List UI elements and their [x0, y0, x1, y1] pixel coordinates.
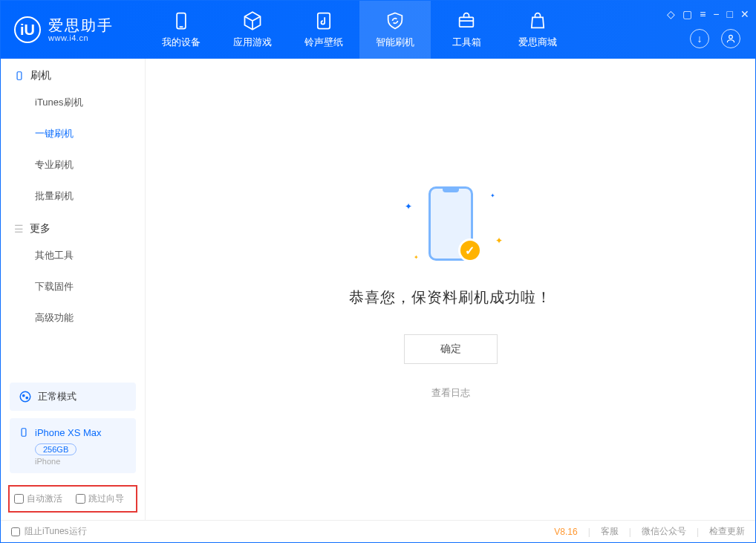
sidebar-item-batch-flash[interactable]: 批量刷机	[1, 181, 145, 212]
logo-area: iU 爱思助手 www.i4.cn	[1, 16, 146, 43]
svg-rect-2	[318, 13, 330, 29]
main-content: ✦ ✦ ✦ ✦ ✓ 恭喜您，保资料刷机成功啦！ 确定 查看日志	[146, 59, 755, 520]
tab-store[interactable]: 爱思商城	[502, 1, 573, 59]
cube-icon	[242, 10, 263, 31]
section-more-title: ☰ 更多	[1, 212, 145, 240]
tab-label: 铃声壁纸	[304, 36, 343, 49]
svg-point-6	[20, 391, 30, 402]
sparkle-icon: ✦	[414, 254, 419, 261]
checkbox-auto-activate-input[interactable]	[14, 494, 24, 504]
tab-toolbox[interactable]: 工具箱	[431, 1, 502, 59]
footer-link-wechat[interactable]: 微信公众号	[642, 525, 686, 538]
tab-ringtone-wallpaper[interactable]: 铃声壁纸	[288, 1, 359, 59]
sidebar-item-other-tools[interactable]: 其他工具	[1, 240, 145, 271]
sidebar-item-download-firmware[interactable]: 下载固件	[1, 271, 145, 302]
sparkle-icon: ✦	[495, 235, 503, 246]
checkbox-auto-activate[interactable]: 自动激活	[14, 492, 62, 505]
refresh-shield-icon	[385, 10, 405, 31]
header-action-icons: ↓	[690, 29, 740, 48]
tab-label: 智能刷机	[376, 36, 414, 49]
capacity-badge: 256GB	[35, 443, 76, 455]
device-type-label: iPhone	[35, 457, 127, 466]
tab-label: 爱思商城	[518, 36, 557, 49]
bag-icon	[527, 10, 548, 31]
svg-point-8	[26, 397, 27, 398]
footer-link-support[interactable]: 客服	[601, 525, 619, 538]
section-flash-title: 刷机	[1, 59, 145, 87]
hamburger-icon: ☰	[14, 223, 24, 235]
toolbox-icon	[456, 10, 477, 31]
menu-icon[interactable]: ≡	[700, 8, 706, 20]
phone-small-icon	[14, 70, 25, 82]
sparkle-icon: ✦	[490, 192, 495, 199]
success-message: 恭喜您，保资料刷机成功啦！	[349, 287, 552, 308]
user-icon[interactable]	[721, 29, 740, 48]
app-name: 爱思助手	[48, 17, 114, 33]
confirm-button[interactable]: 确定	[404, 334, 498, 364]
device-name-label: iPhone XS Max	[35, 427, 102, 438]
sparkle-icon: ✦	[405, 201, 412, 212]
view-log-link[interactable]: 查看日志	[431, 386, 470, 400]
music-file-icon	[313, 10, 334, 31]
mode-icon	[19, 390, 32, 403]
header: iU 爱思助手 www.i4.cn 我的设备 应用游戏 铃声壁纸 智能刷机 工具…	[1, 1, 755, 59]
tab-label: 应用游戏	[233, 36, 272, 49]
sidebar: 刷机 iTunes刷机 一键刷机 专业刷机 批量刷机 ☰ 更多 其他工具 下载固…	[1, 59, 146, 520]
window-controls: ◇ ▢ ≡ − □ ✕	[667, 8, 749, 20]
device-box[interactable]: iPhone XS Max 256GB iPhone	[10, 418, 136, 473]
checkbox-skip-guide-input[interactable]	[76, 494, 85, 504]
nav-tabs: 我的设备 应用游戏 铃声壁纸 智能刷机 工具箱 爱思商城	[146, 1, 573, 59]
tab-label: 我的设备	[162, 36, 201, 49]
block-itunes-checkbox[interactable]	[11, 527, 20, 536]
success-illustration: ✦ ✦ ✦ ✦ ✓	[391, 179, 510, 268]
svg-rect-5	[17, 72, 22, 80]
mode-box[interactable]: 正常模式	[10, 383, 136, 411]
sidebar-item-pro-flash[interactable]: 专业刷机	[1, 149, 145, 181]
footer: 阻止iTunes运行 V8.16 | 客服 | 微信公众号 | 检查更新	[1, 520, 755, 542]
minimize-button[interactable]: −	[713, 8, 719, 20]
tab-apps-games[interactable]: 应用游戏	[217, 1, 288, 59]
tab-label: 工具箱	[452, 36, 481, 49]
phone-notch	[443, 188, 459, 192]
tab-smart-flash[interactable]: 智能刷机	[359, 1, 431, 59]
svg-point-4	[729, 35, 733, 39]
svg-point-7	[23, 394, 25, 396]
svg-rect-3	[460, 17, 474, 27]
device-small-icon	[19, 426, 29, 439]
cube-small-icon[interactable]: ▢	[682, 8, 692, 20]
app-url: www.i4.cn	[48, 33, 114, 42]
maximize-button[interactable]: □	[727, 8, 733, 20]
sidebar-item-itunes-flash[interactable]: iTunes刷机	[1, 87, 145, 118]
checkbox-skip-guide[interactable]: 跳过向导	[76, 492, 124, 505]
tab-my-device[interactable]: 我的设备	[146, 1, 217, 59]
sidebar-item-oneclick-flash[interactable]: 一键刷机	[1, 118, 145, 149]
activation-options: 自动激活 跳过向导	[8, 485, 137, 513]
device-icon	[171, 10, 192, 31]
version-label: V8.16	[554, 527, 577, 537]
block-itunes-option[interactable]: 阻止iTunes运行	[11, 525, 87, 538]
footer-link-update[interactable]: 检查更新	[709, 525, 745, 538]
close-button[interactable]: ✕	[740, 8, 749, 20]
logo-icon: iU	[14, 16, 41, 43]
shirt-icon[interactable]: ◇	[667, 8, 675, 20]
mode-label: 正常模式	[38, 390, 76, 403]
sidebar-item-advanced[interactable]: 高级功能	[1, 302, 145, 334]
svg-rect-9	[22, 429, 26, 437]
check-circle-icon: ✓	[458, 238, 482, 262]
download-icon[interactable]: ↓	[690, 29, 709, 48]
